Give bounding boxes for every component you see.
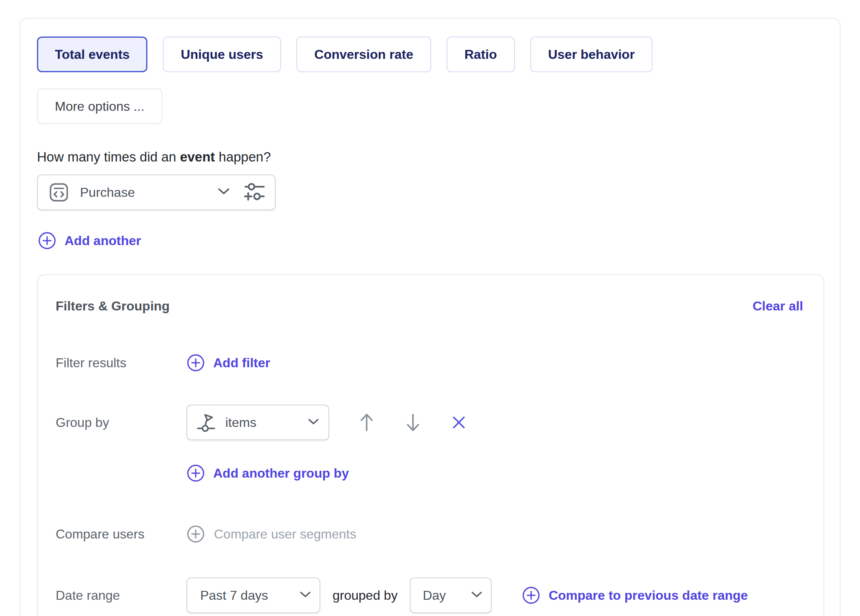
plus-circle-icon xyxy=(186,525,205,543)
tab-conversion-rate[interactable]: Conversion rate xyxy=(296,37,431,72)
tab-ratio[interactable]: Ratio xyxy=(447,37,515,72)
add-group-by-label: Add another group by xyxy=(213,466,349,481)
more-options-button[interactable]: More options ... xyxy=(37,88,162,124)
compare-users-row: Compare users Compare user segments xyxy=(56,525,803,543)
question-suffix: happen? xyxy=(215,149,271,164)
event-selector[interactable]: Purchase xyxy=(37,174,276,210)
add-another-label: Add another xyxy=(65,233,141,248)
granularity-selector[interactable]: Day xyxy=(410,577,492,613)
event-filter-icon[interactable] xyxy=(244,181,265,204)
chevron-down-icon xyxy=(308,418,319,427)
question-text: How many times did an event happen? xyxy=(37,149,823,165)
plus-circle-icon xyxy=(38,231,56,250)
group-by-value: items xyxy=(225,415,256,430)
filters-grouping-panel: Filters & Grouping Clear all Filter resu… xyxy=(37,274,824,616)
move-up-button[interactable] xyxy=(358,412,376,433)
compare-previous-range-link[interactable]: Compare to previous date range xyxy=(522,586,748,605)
plus-circle-icon xyxy=(186,464,205,482)
group-by-row: Group by items xyxy=(56,405,803,440)
grouped-by-text: grouped by xyxy=(333,588,398,603)
tab-user-behavior[interactable]: User behavior xyxy=(530,37,653,72)
group-by-selector[interactable]: items xyxy=(186,405,329,440)
add-filter-link[interactable]: Add filter xyxy=(186,353,270,372)
move-down-button[interactable] xyxy=(404,412,422,433)
filter-results-row: Filter results Add filter xyxy=(56,353,803,372)
tab-total-events[interactable]: Total events xyxy=(37,37,147,72)
metric-tabs: Total events Unique users Conversion rat… xyxy=(37,37,823,72)
chevron-down-icon xyxy=(300,591,311,600)
clear-all-link[interactable]: Clear all xyxy=(752,299,803,314)
compare-user-segments-link[interactable]: Compare user segments xyxy=(186,525,356,543)
panel-title: Filters & Grouping xyxy=(56,299,170,314)
add-group-by-link[interactable]: Add another group by xyxy=(186,464,349,482)
compare-previous-range-label: Compare to previous date range xyxy=(549,588,748,603)
date-range-label: Date range xyxy=(56,588,186,603)
filter-results-label: Filter results xyxy=(56,355,186,370)
add-filter-label: Add filter xyxy=(213,355,270,370)
chevron-down-icon xyxy=(218,188,229,197)
group-by-label: Group by xyxy=(56,415,186,430)
tab-unique-users[interactable]: Unique users xyxy=(163,37,281,72)
granularity-value: Day xyxy=(423,588,446,603)
panel-header: Filters & Grouping Clear all xyxy=(56,299,803,314)
compare-users-label: Compare users xyxy=(56,527,186,542)
date-range-row: Date range Past 7 days grouped by Day xyxy=(56,577,803,613)
query-builder-card: Total events Unique users Conversion rat… xyxy=(19,18,841,616)
date-range-selector[interactable]: Past 7 days xyxy=(186,577,320,613)
question-prefix: How many times did an xyxy=(37,149,180,164)
plus-circle-icon xyxy=(186,353,205,372)
plus-circle-icon xyxy=(522,586,540,605)
chevron-down-icon xyxy=(471,591,482,600)
date-range-value: Past 7 days xyxy=(200,588,268,603)
custom-event-icon xyxy=(48,182,69,203)
add-another-event-link[interactable]: Add another xyxy=(38,231,141,250)
event-property-icon xyxy=(196,412,216,433)
question-keyword: event xyxy=(180,149,215,164)
event-selector-value: Purchase xyxy=(80,185,135,200)
remove-group-by-button[interactable] xyxy=(451,415,467,430)
compare-user-segments-label: Compare user segments xyxy=(214,527,356,542)
